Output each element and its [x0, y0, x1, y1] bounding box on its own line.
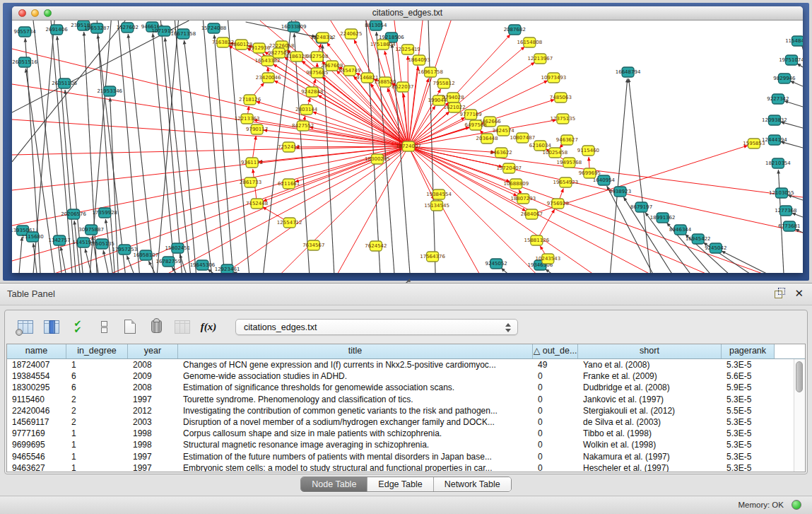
tab-node-table[interactable]: Node Table [301, 477, 367, 491]
graph-node[interactable]: 9115460 [577, 146, 599, 156]
graph-node[interactable]: 8463622 [490, 148, 512, 158]
graph-node[interactable]: 2240625 [340, 29, 362, 39]
graph-node[interactable]: 8813054 [365, 21, 387, 30]
table-vertical-scrollbar[interactable] [794, 359, 805, 472]
graph-node[interactable]: 15802451 [165, 243, 191, 253]
table-row[interactable]: 1456911722003Disruption of a novel membe… [7, 416, 794, 428]
graph-node[interactable]: 1640954 [593, 175, 616, 185]
graph-node[interactable]: 15720407 [496, 163, 522, 173]
graph-node[interactable]: 15134545 [424, 201, 449, 211]
graph-node[interactable]: 9790117 [246, 124, 268, 134]
cell-short: Jankovic et al. (1997) [578, 394, 722, 405]
table-row[interactable]: 1938455462009Genome-wide association stu… [7, 370, 794, 382]
graph-node[interactable]: 9875685 [306, 68, 328, 78]
column-header-name[interactable]: name [7, 344, 66, 358]
graph-node[interactable]: 9463627 [556, 135, 578, 145]
graph-node[interactable]: 15881126 [524, 235, 549, 245]
new-document-icon[interactable] [121, 318, 139, 335]
delete-trash-icon[interactable] [147, 318, 165, 335]
delete-table-disabled-icon[interactable] [173, 318, 192, 335]
column-header-title[interactable]: title [178, 344, 533, 358]
column-header-pagerank[interactable]: pagerank [722, 344, 775, 358]
graph-node[interactable]: 16648794 [616, 67, 641, 77]
float-panel-icon[interactable] [775, 288, 785, 298]
graph-node[interactable]: 10807487 [510, 133, 535, 143]
graph-node[interactable]: 8679197 [630, 202, 652, 212]
column-header-out_degree[interactable]: △ out_de... [533, 344, 578, 358]
tab-edge-table[interactable]: Edge Table [367, 477, 433, 491]
graph-node[interactable]: 19645306 [190, 260, 216, 270]
graph-node[interactable]: 3824574 [493, 126, 515, 136]
table-row[interactable]: 946554611997Estimation of the future num… [7, 451, 794, 462]
table-column-select-icon[interactable] [42, 318, 61, 335]
column-header-in_degree[interactable]: in_degree [66, 344, 128, 358]
graph-node[interactable]: 9699695 [579, 168, 601, 178]
graph-node[interactable]: 12325419 [395, 45, 420, 54]
table-row[interactable]: 977716911998Corpus callosum shape and si… [7, 428, 794, 439]
memory-status-indicator[interactable] [792, 500, 801, 510]
table-row[interactable]: 946362711997Embryonic stem cells: a mode… [7, 462, 794, 472]
graph-node[interactable]: 19751074 [779, 55, 803, 65]
graph-node[interactable]: 6211661 [278, 179, 300, 189]
graph-node[interactable]: 20206576 [61, 209, 86, 219]
graph-node[interactable]: 1342757 [49, 235, 71, 245]
graph-node[interactable]: 16945422 [686, 234, 711, 244]
select-all-check-icon[interactable]: ✔✔ [69, 318, 87, 335]
graph-node[interactable]: 6216034 [529, 141, 552, 151]
graph-node[interactable]: 9245052 [486, 259, 507, 269]
graph-node[interactable]: 12213967 [527, 54, 553, 64]
graph-node[interactable]: 2087682 [504, 25, 526, 35]
graph-node[interactable]: 17375135 [551, 114, 576, 124]
table-row[interactable]: 969969511998Structural magnetic resonanc… [7, 439, 794, 450]
table-row[interactable]: 911546021997Tourette syndrome. Phenomeno… [7, 394, 794, 405]
graph-node[interactable]: 12554712 [277, 218, 302, 228]
column-header-short[interactable]: short [578, 344, 722, 358]
table-row[interactable]: 1872400712008Changes of HCN gene express… [7, 359, 794, 370]
graph-node[interactable]: 17359928 [92, 208, 117, 218]
graph-node[interactable]: 16782759 [156, 257, 182, 267]
graph-node[interactable]: 26051516 [12, 57, 37, 67]
graph-node[interactable]: 17564376 [420, 252, 445, 262]
graph-node-label: 15724088 [201, 26, 227, 32]
window-titlebar[interactable]: citations_edges.txt [12, 6, 803, 21]
graph-node[interactable]: 2036448 [476, 134, 498, 144]
table-selector-dropdown[interactable]: citations_edges.txt [235, 319, 518, 335]
table-row[interactable]: 1830029562008Estimation of significance … [7, 382, 794, 393]
graph-node[interactable]: 19384554 [426, 189, 452, 199]
function-builder-icon[interactable]: f(x) [199, 318, 218, 335]
scrollbar-thumb[interactable] [796, 361, 803, 392]
graph-node[interactable]: 8946344 [669, 225, 692, 235]
graph-node[interactable]: 8938923 [609, 187, 631, 197]
graph-node[interactable]: 7955812 [433, 78, 454, 88]
graph-node[interactable]: 16154808 [517, 37, 542, 47]
table-row[interactable]: 2242004622012Investigating the contribut… [7, 405, 794, 416]
graph-node[interactable]: 2861733 [240, 177, 261, 187]
minimize-window-button[interactable] [31, 9, 39, 17]
tab-network-table[interactable]: Network Table [434, 477, 511, 491]
graph-node[interactable]: 2718126 [239, 95, 261, 105]
graph-node[interactable]: 15724088 [201, 23, 227, 33]
graph-node[interactable]: 1527602 [117, 23, 139, 33]
close-window-button[interactable] [18, 9, 26, 17]
row-height-icon[interactable] [95, 318, 113, 335]
graph-node[interactable]: 9055734 [13, 27, 36, 37]
zoom-window-button[interactable] [44, 9, 52, 17]
table-settings-icon[interactable] [16, 318, 35, 335]
graph-node[interactable]: 7252412 [278, 142, 300, 152]
network-graph-canvas[interactable]: 9055734269140623951806106532871527602946… [12, 21, 803, 273]
graph-node[interactable]: 30975887 [78, 225, 104, 235]
graph-node[interactable]: 18210354 [765, 158, 791, 168]
graph-node[interactable]: 7624542 [365, 241, 387, 251]
graph-node[interactable]: 1864093 [408, 55, 430, 65]
graph-node[interactable]: 16961758 [418, 67, 443, 77]
graph-node[interactable]: 7485063 [550, 93, 572, 103]
graph-node[interactable]: 9227342 [767, 94, 789, 104]
graph-node[interactable]: 2691406 [46, 25, 69, 35]
graph-node[interactable]: 11548408 [785, 36, 803, 46]
graph-node[interactable]: 18991362 [650, 213, 676, 223]
close-panel-icon[interactable]: ✕ [794, 288, 804, 298]
column-header-year[interactable]: year [128, 344, 178, 358]
graph-node[interactable]: 21953346 [97, 86, 122, 96]
graph-node[interactable]: 9361172 [241, 158, 263, 168]
graph-node-label: 10973493 [541, 76, 567, 81]
